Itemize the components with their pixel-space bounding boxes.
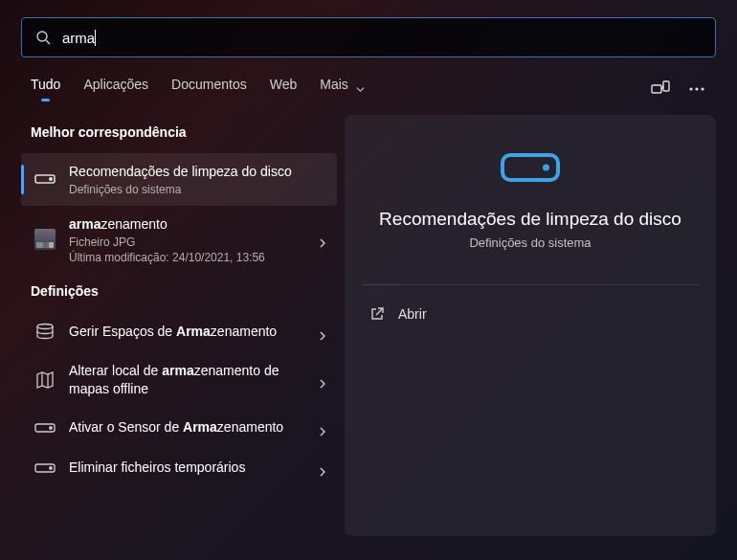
section-settings: Definições: [31, 283, 337, 299]
drive-icon: [34, 458, 56, 479]
section-best-match: Melhor correspondência: [31, 124, 337, 140]
chevron-right-icon: [318, 235, 327, 244]
result-storage-sense[interactable]: Ativar o Sensor de Armazenamento: [21, 408, 337, 448]
result-title: Gerir Espaços de Armazenamento: [69, 323, 310, 341]
more-options-icon[interactable]: [687, 79, 706, 99]
action-label: Abrir: [398, 306, 427, 322]
svg-point-6: [695, 87, 698, 90]
divider: [362, 284, 699, 285]
result-title: Eliminar ficheiros temporários: [69, 459, 310, 477]
chevron-right-icon: [318, 327, 327, 337]
chevron-right-icon: [318, 463, 327, 473]
connect-device-icon[interactable]: [651, 79, 670, 99]
svg-rect-3: [663, 81, 669, 91]
tab-apps[interactable]: Aplicações: [83, 77, 148, 101]
tab-all[interactable]: Tudo: [31, 77, 60, 101]
result-title: Recomendações de limpeza do disco: [69, 163, 327, 181]
result-meta: Última modificação: 24/10/2021, 13:56: [69, 251, 310, 264]
drive-icon: [34, 168, 56, 190]
result-change-maps-storage[interactable]: Alterar local de armazenamento de mapas …: [21, 352, 337, 408]
drive-icon: [34, 417, 56, 438]
svg-point-7: [701, 87, 704, 90]
open-external-icon: [369, 306, 385, 322]
result-title: armazenamento: [69, 215, 310, 234]
svg-point-0: [37, 32, 47, 41]
svg-point-14: [50, 426, 52, 428]
chevron-right-icon: [318, 375, 327, 385]
filter-tabs: Tudo Aplicações Documentos Web Mais: [21, 77, 716, 101]
result-manage-storage-spaces[interactable]: Gerir Espaços de Armazenamento: [21, 312, 337, 352]
result-delete-temp-files[interactable]: Eliminar ficheiros temporários: [21, 448, 337, 488]
map-icon: [34, 370, 56, 391]
result-file-armazenamento[interactable]: armazenamento Ficheiro JPG Última modifi…: [21, 206, 337, 274]
jpg-file-icon: [34, 229, 56, 250]
svg-line-1: [46, 40, 50, 44]
svg-point-16: [50, 466, 52, 468]
chevron-right-icon: [318, 423, 327, 433]
svg-rect-2: [652, 85, 661, 93]
svg-line-17: [376, 308, 383, 315]
tab-web[interactable]: Web: [270, 77, 298, 101]
result-subtitle: Ficheiro JPG: [69, 235, 310, 249]
detail-subtitle: Definições do sistema: [362, 235, 699, 250]
text-cursor: [95, 30, 96, 46]
detail-panel: Recomendações de limpeza do disco Defini…: [345, 115, 716, 536]
tab-documents[interactable]: Documentos: [171, 77, 247, 101]
results-column: Melhor correspondência Recomendações de …: [21, 115, 337, 536]
search-icon: [35, 30, 51, 45]
svg-point-5: [689, 87, 692, 90]
detail-app-icon: [362, 153, 699, 182]
chevron-down-icon: [356, 81, 365, 90]
detail-title: Recomendações de limpeza do disco: [362, 209, 699, 230]
result-subtitle: Definições do sistema: [69, 183, 327, 196]
result-disk-cleanup[interactable]: Recomendações de limpeza do disco Defini…: [21, 153, 337, 206]
search-query-text: arma: [62, 30, 95, 46]
stack-icon: [34, 322, 56, 343]
tab-more[interactable]: Mais: [320, 77, 364, 101]
result-title: Alterar local de armazenamento de mapas …: [69, 362, 310, 398]
svg-point-10: [37, 324, 53, 328]
action-open[interactable]: Abrir: [362, 301, 699, 327]
search-box[interactable]: arma: [21, 17, 716, 57]
result-title: Ativar o Sensor de Armazenamento: [69, 418, 310, 437]
svg-point-9: [50, 178, 52, 180]
